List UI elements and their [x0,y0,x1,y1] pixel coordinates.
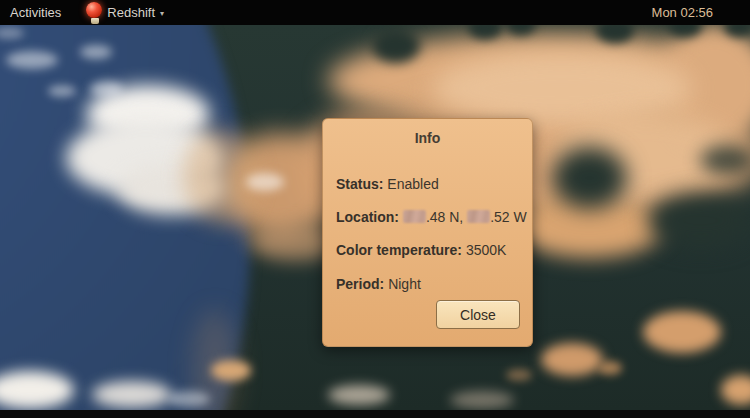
cloud-wisp [168,391,210,407]
cloud-wisp [80,45,112,59]
temperature-label: Color temperature: [336,242,462,258]
clock[interactable]: Mon 02:56 [652,0,713,25]
period-row: Period: Night [336,276,421,292]
redacted-latitude [403,210,426,223]
location-lat-suffix: .48 N, [426,209,463,225]
period-value: Night [388,276,421,292]
location-label: Location: [336,209,399,225]
gnome-top-bar: Activities Redshift ▾ Mon 02:56 [0,0,750,25]
cloud-white-warm-edge [183,128,257,224]
app-menu-redshift[interactable]: Redshift ▾ [84,0,164,25]
cloud-white [92,381,172,408]
status-row: Status: Enabled [336,176,439,192]
cloud-wisp [48,85,76,97]
cloud-puff [598,361,622,375]
cloud-wisp [90,81,122,97]
redshift-info-dialog: Info Status: Enabled Location: .48 N, .5… [322,118,533,347]
bulb-glass [86,2,102,18]
temperature-value: 3500K [466,242,506,258]
cloud-puff [506,369,532,381]
sky-gap [648,193,750,248]
period-label: Period: [336,276,384,292]
sky-gap [700,145,750,175]
cloud-wisp [450,391,514,409]
sky-gap [372,29,420,63]
bottom-screen-strip [0,410,750,418]
cloud-puff [721,375,750,405]
redacted-longitude [467,210,490,223]
cloud-puff [541,343,603,376]
cloud-wisp [246,173,284,191]
dialog-title: Info [323,130,532,146]
location-lon-suffix: .52 W [490,209,527,225]
activities-button[interactable]: Activities [10,0,61,25]
status-label: Status: [336,176,383,192]
temperature-row: Color temperature: 3500K [336,242,506,258]
bulb-base [91,18,99,24]
close-button[interactable]: Close [436,300,520,329]
cloud-wisp [6,51,58,69]
chevron-down-icon: ▾ [160,9,164,18]
cloud-wisp [328,385,390,405]
app-menu-label: Redshift [107,5,155,20]
cloud-puff [211,360,251,381]
sky-gap [552,147,627,209]
cloud-puff [643,311,721,353]
location-row: Location: .48 N, .52 W [336,209,527,225]
status-value: Enabled [387,176,438,192]
redshift-bulb-icon [84,1,105,24]
